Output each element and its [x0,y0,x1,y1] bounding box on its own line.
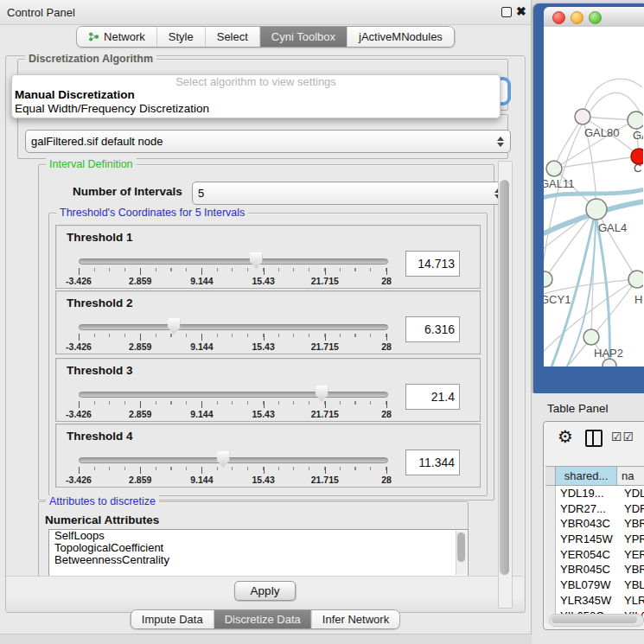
table-row[interactable]: YBL079W YBL0 [545,577,644,593]
attributes-scrollbar-thumb[interactable] [457,532,465,562]
algorithm-option-equal-width[interactable]: Equal Width/Frequency Discretization [12,102,500,116]
gear-icon[interactable]: ⚙ [558,426,573,447]
slider-tick-label: 9.144 [190,475,213,485]
network-node[interactable] [575,109,590,124]
tab-select[interactable]: Select [206,27,260,47]
table-cell-shared-name[interactable]: YLR345W [556,593,621,609]
table-panel-region: Table Panel ⚙ ☑☑ shared... na [532,393,644,644]
row-header-stub [545,516,556,532]
close-traffic-light-icon[interactable] [552,11,565,24]
slider-track[interactable] [79,258,388,265]
table-cell-shared-name[interactable]: YDR27... [556,501,621,517]
slider-tick-label: 21.715 [311,475,339,485]
attribute-item[interactable]: BetweennessCentrality [49,554,468,566]
split-view-icon[interactable] [585,430,603,447]
table-data-combobox[interactable]: galFiltered.sif default node [25,130,511,153]
table-hscrollbar-thumb[interactable] [552,615,637,623]
algorithm-option-manual[interactable]: Manual Discretization [12,88,500,102]
threshold-value-field[interactable]: 6.316 [405,316,460,342]
slider-track[interactable] [79,392,388,398]
checkbox-icons[interactable]: ☑☑ [611,430,634,443]
close-icon[interactable]: ✖ [516,4,526,18]
table-cell-name[interactable]: YBR0 [621,562,644,577]
network-node-label: GAL4 [598,221,627,234]
row-header-stub [545,562,556,577]
tab-discretize-data[interactable]: Discretize Data [214,610,312,628]
network-graph: GAL80GACGAL11GAL4GCY1HHAP2 [544,27,643,367]
table-row[interactable]: YPR145W YPR1 [545,532,644,547]
threshold-value-field[interactable]: 14.713 [405,251,460,277]
tab-impute-data[interactable]: Impute Data [131,610,214,628]
table-row[interactable]: YBR045C YBR0 [545,562,644,577]
table-row[interactable]: YDL19... YDL1 [545,486,644,501]
number-of-intervals-combobox[interactable]: 5 [192,182,508,205]
slider-tick-label: -3.426 [66,409,92,419]
table-cell-name[interactable]: YBR0 [621,516,644,532]
table-cell-name[interactable]: YER0 [621,547,644,563]
network-window-titlebar [544,7,644,28]
number-of-intervals-value: 5 [198,187,204,200]
network-node[interactable] [628,112,643,129]
threshold-slider[interactable]: -3.4262.8599.14415.4321.71528 [79,322,386,352]
tab-infer-network[interactable]: Infer Network [312,610,399,628]
table-cell-shared-name[interactable]: YBR043C [556,516,621,532]
table-cell-name[interactable]: YDL1 [621,486,644,501]
table-cell-name[interactable]: YBL0 [621,577,644,593]
apply-button[interactable]: Apply [234,581,296,601]
slider-track[interactable] [79,324,388,330]
slider-handle[interactable] [316,386,328,402]
slider-handle[interactable] [217,451,230,468]
network-node-label: HAP2 [594,347,623,360]
threshold-value-field[interactable]: 21.4 [405,384,460,410]
table-cell-shared-name[interactable]: YBR045C [556,562,621,577]
table-cell-name[interactable]: YLR3 [621,593,644,609]
slider-tick-label: 2.859 [129,276,151,286]
table-data-value: galFiltered.sif default node [31,135,163,148]
attribute-item[interactable]: TopologicalCoefficient [49,542,468,554]
table-row[interactable]: YER054C YER0 [545,547,644,563]
float-window-icon[interactable] [501,7,512,17]
table-cell-name[interactable]: YDR2 [621,501,644,517]
network-canvas[interactable]: GAL80GACGAL11GAL4GCY1HHAP2 [544,27,644,367]
table-header-shared-name[interactable]: shared... [556,467,617,485]
table-row[interactable]: YBR043C YBR0 [545,516,644,532]
table-panel-toolbar: ⚙ ☑☑ [544,422,644,460]
network-node[interactable] [544,271,552,287]
threshold-panel: Threshold 4 -3.4262.8599.14415.4321.7152… [55,424,481,488]
network-node[interactable] [586,199,607,220]
slider-tick-label: 28 [381,341,392,352]
threshold-value-field[interactable]: 11.344 [405,450,460,475]
table-row[interactable]: YDR27... YDR2 [545,501,644,517]
threshold-slider[interactable]: -3.4262.8599.14415.4321.71528 [79,390,386,419]
threshold-slider[interactable]: -3.4262.8599.14415.4321.71528 [79,257,386,286]
minimize-traffic-light-icon[interactable] [571,11,583,24]
zoom-traffic-light-icon[interactable] [589,11,602,24]
network-node[interactable] [583,329,599,345]
table-row[interactable]: YLR345W YLR3 [545,593,644,609]
threshold-slider[interactable]: -3.4262.8599.14415.4321.71528 [79,456,386,485]
network-node[interactable] [628,271,643,288]
network-node-label: H [634,293,642,306]
network-node[interactable] [546,161,562,176]
threshold-label: Threshold 2 [67,296,133,309]
table-cell-shared-name[interactable]: YBL079W [556,577,621,593]
slider-tick-label: 15.43 [252,341,274,352]
settings-scrollbar-thumb[interactable] [500,180,509,575]
slider-handle[interactable] [168,318,181,335]
table-cell-name[interactable]: YPR1 [621,532,644,547]
attribute-item[interactable]: SelfLoops [49,530,468,542]
table-header-name[interactable]: na [617,467,644,485]
slider-tick-label: 21.715 [311,341,339,352]
table-cell-shared-name[interactable]: YER054C [556,547,621,563]
tab-network[interactable]: Network [77,27,157,47]
tab-style[interactable]: Style [157,27,206,47]
tab-jactivemnodules[interactable]: jActiveMNodules [348,27,454,47]
slider-track[interactable] [79,457,388,463]
row-header-stub [545,547,556,563]
table-cell-shared-name[interactable]: YDL19... [556,486,621,501]
slider-tick-label: -3.426 [66,475,92,485]
slider-handle[interactable] [250,252,263,269]
tab-cyni-toolbox[interactable]: Cyni Toolbox [260,27,348,47]
network-node[interactable] [603,359,616,367]
table-cell-shared-name[interactable]: YPR145W [556,532,621,547]
